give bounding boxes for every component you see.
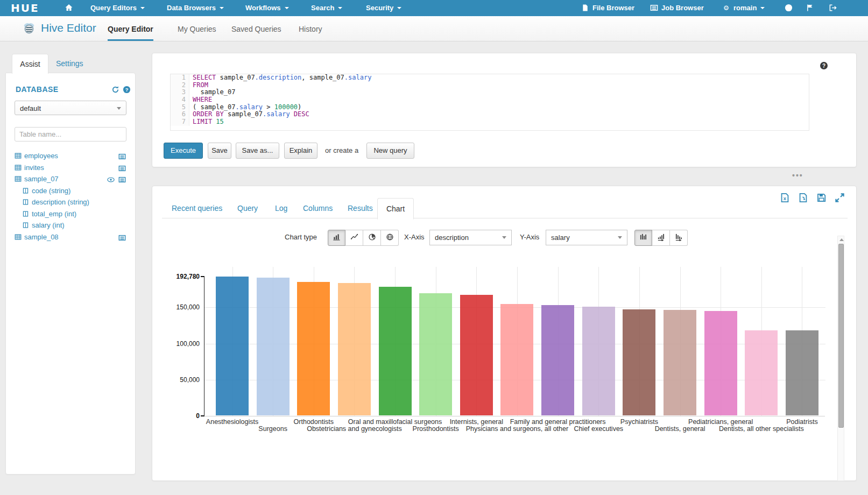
list-box-icon [650,2,658,18]
y-tick-label: 150,000 [166,303,200,311]
save-button[interactable]: Save [208,143,231,159]
hue-logo[interactable]: HUE [11,0,39,16]
file-browser-link[interactable]: File Browser [581,0,634,16]
query-editor-panel: ? 1SELECT sample_07.description, sample_… [152,53,857,167]
tab-settings[interactable]: Settings [56,54,83,73]
table-item-sample-07[interactable]: sample_07 [15,175,126,186]
app-tab-query-editor[interactable]: Query Editor [108,16,153,41]
app-tab-history[interactable]: History [299,16,322,41]
list-icon[interactable] [118,234,126,243]
line-number: 7 [171,118,189,126]
home-icon[interactable] [65,3,73,14]
user-menu-label: romain [733,4,757,12]
menu-label: Search [311,4,334,12]
job-browser-link[interactable]: Job Browser [650,0,704,16]
bar-chief-executives[interactable] [582,307,615,415]
column-item-total-emp[interactable]: total_emp (int) [22,210,134,221]
bar-orthodontists[interactable] [297,282,330,415]
app-header: Hive Editor Query EditorMy QueriesSaved … [0,16,868,41]
app-title: Hive Editor [41,22,96,34]
panel-resize-handle[interactable]: ••• [792,173,814,180]
scroll-up-icon[interactable] [839,238,844,241]
list-icon[interactable] [118,165,126,174]
menu-data-browsers[interactable]: Data Browsers [167,0,224,16]
tab-assist[interactable]: Assist [12,54,48,74]
bar-dentists-all-other-specialists[interactable] [745,330,778,415]
database-select-value: default [20,104,41,112]
list-icon[interactable] [118,153,126,162]
help-icon: ? [785,2,793,18]
bar-psychiatrists[interactable] [623,309,655,415]
table-item-invites[interactable]: invites [15,164,126,175]
or-create-text: or create a [325,143,358,159]
execute-button[interactable]: Execute [164,143,203,159]
chevron-down-icon [140,7,145,9]
bar-dentists-general[interactable] [664,310,696,415]
table-item-employees[interactable]: employees [15,152,126,163]
help-icon[interactable]: ? [123,86,131,96]
x-tick-label: Surgeons [258,425,287,433]
column-icon [22,222,29,230]
sql-line-1: 1SELECT sample_07.description, sample_07… [171,74,809,82]
sql-code: sample_07 [189,88,235,96]
bar-podiatrists[interactable] [786,330,818,415]
sql-line-2: 2FROM [171,82,809,89]
help-link[interactable]: ? [785,0,796,16]
save-as-button[interactable]: Save as... [236,143,279,159]
feedback-flag-link[interactable] [806,0,817,16]
bar-family-and-general-practitioners[interactable] [541,305,574,415]
editor-help-icon[interactable]: ? [820,61,828,72]
svg-text:?: ? [125,87,129,93]
y-axis-tick [201,415,204,416]
new-query-button[interactable]: New query [366,143,414,159]
x-tick-label: Prosthodontists [413,425,459,433]
line-number: 3 [171,89,189,96]
table-name: sample_08 [24,233,59,241]
list-icon[interactable] [118,176,126,185]
line-number: 5 [171,104,189,111]
x-axis-baseline [204,416,825,416]
column-item-description[interactable]: description (string) [22,198,134,209]
bar-prosthodontists[interactable] [419,293,452,415]
menu-query-editors[interactable]: Query Editors [90,0,145,16]
column-item-salary[interactable]: salary (int) [22,221,134,232]
sql-code: WHERE [189,96,212,103]
bar-pediatricians-general[interactable] [704,311,737,415]
table-filter-input[interactable] [15,127,126,142]
y-axis-tick [201,276,204,277]
drag-handle-icon: ••• [792,171,803,180]
table-item-sample-08[interactable]: sample_08 [15,233,126,244]
x-tick-label: Pediatricians, general [688,418,753,426]
sign-out-link[interactable] [829,0,840,16]
refresh-icon[interactable] [111,86,119,96]
sql-code: ( sample_07.salary > 100000) [189,103,301,111]
line-number: 2 [171,82,189,89]
bar-physicians-and-surgeons-all-other[interactable] [500,304,533,415]
bar-obstetricians-and-gynecologists[interactable] [338,283,371,415]
scrollbar-thumb[interactable] [838,244,844,428]
column-icon [22,199,29,207]
sql-line-5: 5( sample_07.salary > 100000) [171,104,809,111]
explain-button[interactable]: Explain [284,143,317,159]
column-name: salary (int) [32,221,65,229]
menu-search[interactable]: Search [311,0,342,16]
user-menu[interactable]: ⚙romain [722,0,765,16]
app-tab-my-queries[interactable]: My Queries [178,16,216,41]
sql-code: ORDER BY sample_07.salary DESC [189,110,309,118]
bar-anesthesiologists[interactable] [216,277,249,415]
bar-surgeons[interactable] [257,278,290,415]
sql-code: LIMIT 15 [189,118,224,125]
bar-oral-and-maxillofacial-surgeons[interactable] [379,287,412,415]
bar-internists-general[interactable] [460,295,493,415]
menu-workflows[interactable]: Workflows [245,0,289,16]
sql-editor[interactable]: 1SELECT sample_07.description, sample_07… [170,74,809,131]
app-tab-saved-queries[interactable]: Saved Queries [231,16,281,41]
column-item-code[interactable]: code (string) [22,187,134,198]
eye-icon[interactable] [107,176,115,185]
menu-security[interactable]: Security [366,0,401,16]
tab-chart[interactable]: Chart [377,198,414,220]
table-icon [15,152,22,161]
bar-chart: 192,780150,000100,00050,0000Anesthesiolo… [152,186,857,482]
menu-label: Workflows [245,4,281,12]
database-select[interactable]: default [15,101,126,115]
